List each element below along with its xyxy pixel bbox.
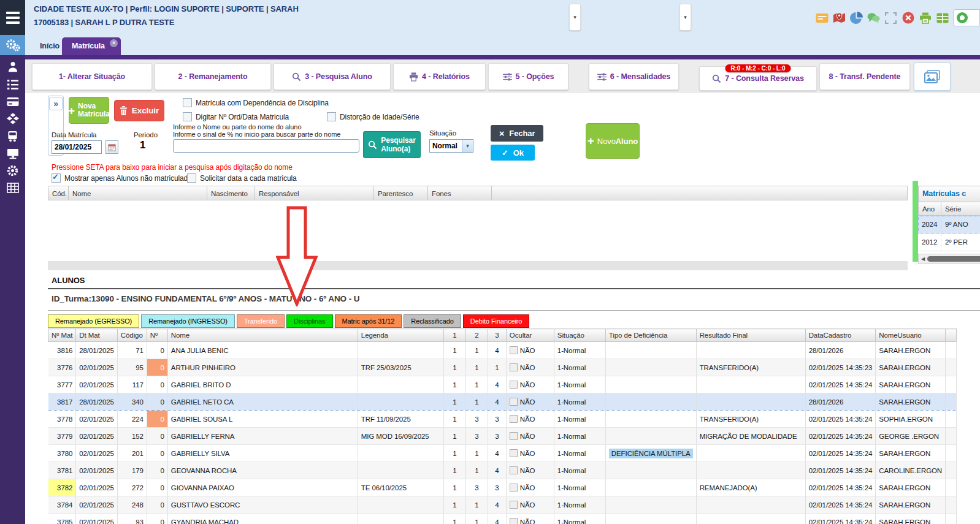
close-icon[interactable]: × bbox=[110, 39, 118, 47]
print-icon[interactable] bbox=[919, 12, 932, 25]
horizontal-scrollbar[interactable]: ◀ bbox=[918, 254, 980, 264]
novo-aluno-button[interactable]: + NovoAluno bbox=[586, 123, 640, 159]
sidebar-item-sistema[interactable] bbox=[0, 145, 25, 162]
sidebar-item-configuracoes[interactable] bbox=[0, 162, 25, 180]
btn-transf-pendente[interactable]: 8 - Transf. Pendente bbox=[819, 63, 910, 90]
legend-chip[interactable]: Remanejado (EGRESSO) bbox=[48, 314, 139, 328]
aluno-row[interactable]: 381628/01/2025710ANA JULIA BENIC114NÃO1-… bbox=[48, 342, 957, 359]
matricula-row[interactable]: 20122º PER bbox=[918, 234, 980, 251]
ok-button[interactable]: ✓Ok bbox=[491, 145, 535, 161]
ocultar-checkbox[interactable] bbox=[510, 381, 518, 389]
panel-splitter[interactable] bbox=[913, 181, 918, 262]
legend-chip[interactable]: Reclassificado bbox=[404, 314, 461, 328]
search-col-header[interactable]: Parentesco bbox=[374, 186, 428, 200]
checkbox-solicitar-data[interactable]: Solicitar data a cada matricula bbox=[187, 173, 297, 183]
pesquisar-aluno-button[interactable]: PesquisarAluno(a) bbox=[363, 131, 421, 158]
checkbox[interactable] bbox=[187, 173, 196, 183]
btn-mensalidades-caret[interactable]: ▾ bbox=[679, 4, 691, 31]
sidebar-item-integracao[interactable] bbox=[0, 110, 25, 127]
search-col-header[interactable]: Nome bbox=[69, 186, 207, 200]
table-icon[interactable] bbox=[936, 12, 949, 25]
card-icon[interactable] bbox=[816, 12, 829, 25]
alunos-col-header[interactable]: Legenda bbox=[358, 329, 443, 342]
legend-chip[interactable]: Transferido bbox=[237, 314, 285, 328]
btn-relatorios[interactable]: 4 - Relatórios bbox=[393, 63, 486, 90]
sidebar-item-gears[interactable] bbox=[0, 35, 25, 55]
ocultar-checkbox[interactable] bbox=[510, 346, 518, 354]
col-ano[interactable]: Ano bbox=[918, 202, 941, 216]
alunos-col-header[interactable]: 3 bbox=[488, 329, 506, 342]
matricula-row[interactable]: 20249º ANO bbox=[918, 216, 980, 234]
sidebar-item-financeiro[interactable] bbox=[0, 93, 25, 110]
map-icon[interactable] bbox=[833, 12, 846, 25]
aluno-row[interactable]: 378402/01/20252480GUSTTAVO ESCORC114NÃO1… bbox=[48, 496, 957, 514]
checkbox-distorcao[interactable]: Distorção de Idade/Série bbox=[327, 112, 419, 121]
checkbox[interactable] bbox=[327, 112, 336, 121]
btn-consulta-reservas[interactable]: R:0 - M:2 - C:0 - L:0 7 - Consulta Reser… bbox=[699, 66, 817, 91]
btn-imagens[interactable] bbox=[914, 63, 951, 91]
sidebar-item-aluno[interactable] bbox=[0, 58, 25, 75]
legend-chip[interactable]: Debito Financeiro bbox=[463, 314, 530, 328]
checkbox[interactable] bbox=[183, 112, 192, 121]
btn-remanejamento[interactable]: 2 - Remanejamento bbox=[155, 63, 271, 90]
alunos-col-header[interactable]: Código bbox=[117, 329, 147, 342]
ocultar-checkbox[interactable] bbox=[510, 449, 518, 457]
alunos-col-header[interactable]: Dt Mat bbox=[76, 329, 118, 342]
btn-mensalidades[interactable]: 6 - Mensalidades bbox=[589, 63, 679, 90]
search-col-header[interactable]: Nascimento bbox=[207, 186, 255, 200]
aluno-row[interactable]: 377702/01/20251170GABRIEL BRITO D114NÃO1… bbox=[48, 376, 957, 393]
pie-chart-icon[interactable] bbox=[850, 12, 863, 25]
search-col-header[interactable] bbox=[492, 186, 908, 200]
alunos-col-header[interactable]: Situação bbox=[554, 329, 605, 342]
nova-matricula-button[interactable]: + NovaMatricula bbox=[69, 97, 109, 124]
aluno-row[interactable]: 381728/01/20253400GABRIEL NETO CA114NÃO1… bbox=[48, 393, 957, 411]
ocultar-checkbox[interactable] bbox=[510, 501, 518, 509]
ocultar-checkbox[interactable] bbox=[510, 518, 518, 524]
data-matricula-input[interactable] bbox=[52, 140, 102, 154]
calendar-icon[interactable] bbox=[105, 140, 118, 154]
aluno-row[interactable]: 378202/01/20252720GIOVANNA PAIXAOTE 06/1… bbox=[48, 479, 957, 496]
situacao-select[interactable]: Normal▾ bbox=[429, 139, 473, 153]
checkbox-dependencia-disciplina[interactable]: Matrícula com Dependência de Disciplina bbox=[183, 98, 329, 107]
legend-chip[interactable]: Remanejado (INGRESSO) bbox=[141, 314, 235, 328]
btn-alterar-situacao[interactable]: 1- Alterar Situação bbox=[32, 63, 152, 90]
btn-opcoes-caret[interactable]: ▾ bbox=[569, 4, 581, 31]
checkbox-nao-matriculados[interactable]: Mostrar apenas Alunos não matriculados bbox=[52, 173, 196, 183]
search-col-header[interactable]: Fones bbox=[428, 186, 492, 200]
ocultar-checkbox[interactable] bbox=[510, 432, 518, 440]
btn-pesquisa-aluno[interactable]: 3 - Pesquisa Aluno bbox=[274, 63, 391, 90]
menu-icon[interactable] bbox=[0, 0, 25, 35]
alunos-col-header[interactable]: 1 bbox=[443, 329, 465, 342]
sidebar-item-transporte[interactable] bbox=[0, 127, 25, 145]
alunos-col-header[interactable]: Tipo de Deficiência bbox=[605, 329, 696, 342]
fullscreen-icon[interactable] bbox=[884, 12, 897, 25]
scrollbar-thumb[interactable] bbox=[927, 256, 980, 262]
chat-icon[interactable] bbox=[867, 12, 880, 25]
ocultar-checkbox[interactable] bbox=[510, 398, 518, 406]
btn-opcoes[interactable]: 5 - Opções bbox=[488, 63, 568, 90]
fechar-button[interactable]: ×Fechar bbox=[491, 125, 543, 142]
ocultar-checkbox[interactable] bbox=[510, 415, 518, 423]
sidebar-item-tabelas[interactable] bbox=[0, 179, 25, 197]
aluno-row[interactable]: 377902/01/20251520GABRIELLY FERNAMIG MOD… bbox=[48, 428, 957, 445]
search-col-header[interactable]: Cód. bbox=[48, 186, 69, 200]
legend-chip[interactable]: Matric após 31/12 bbox=[335, 314, 402, 328]
checkbox-digitar-ord[interactable]: Digitar Nº Ord/Data Matricula bbox=[183, 112, 289, 121]
ocultar-checkbox[interactable] bbox=[510, 466, 518, 474]
alunos-col-header[interactable]: DataCadastro bbox=[805, 329, 876, 342]
search-col-header[interactable]: Responsável bbox=[255, 186, 374, 200]
alunos-col-header[interactable]: Nº bbox=[147, 329, 167, 342]
alunos-col-header[interactable]: Nº Mat bbox=[48, 329, 76, 342]
tab-matricula[interactable]: Matrícula × bbox=[62, 37, 121, 55]
alunos-col-header[interactable]: 2 bbox=[465, 329, 488, 342]
alunos-col-header[interactable]: Nome bbox=[167, 329, 358, 342]
aluno-row[interactable]: 378002/01/20252010GABRIELLY SILVA114NÃO1… bbox=[48, 445, 957, 462]
aluno-row[interactable]: 377802/01/20252240GABRIEL SOUSA LTRF 11/… bbox=[48, 411, 957, 428]
alunos-col-header[interactable]: NomeUsuario bbox=[876, 329, 946, 342]
ocultar-checkbox[interactable] bbox=[510, 363, 518, 371]
whatsapp-icon[interactable] bbox=[953, 9, 980, 26]
aluno-row[interactable]: 378502/01/2025930GYANDRIA MACHAD114NÃO1-… bbox=[48, 514, 957, 524]
alunos-col-header[interactable]: Resultado Final bbox=[696, 329, 805, 342]
alunos-col-header[interactable] bbox=[946, 329, 957, 342]
ocultar-checkbox[interactable] bbox=[510, 484, 518, 492]
